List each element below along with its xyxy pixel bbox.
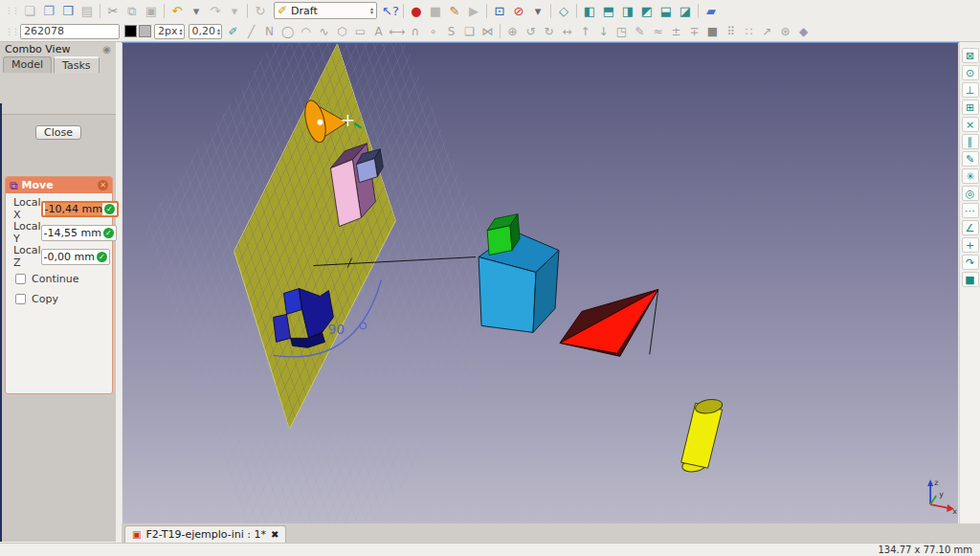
open-file-icon[interactable]: ❐ [39,2,58,19]
right-view-icon[interactable]: ◨ [618,2,637,19]
continue-checkbox[interactable]: Continue [15,273,106,285]
close-task-button[interactable]: Close [35,125,81,140]
snap-near-icon[interactable]: ✎ [962,151,979,167]
draft-edit-icon[interactable]: ✎ [631,23,649,40]
snap-center-icon[interactable]: ✳ [962,168,979,184]
draft-polygon-icon[interactable]: ⬡ [333,23,351,40]
draft-downgrade-icon[interactable]: ↓ [594,23,612,40]
line-width-arrows[interactable]: ▴▾ [180,28,183,35]
macro-edit-icon[interactable]: ✎ [445,2,464,19]
rear-view-icon[interactable]: ◩ [637,2,657,19]
whats-this-icon[interactable]: ↖? [381,2,400,19]
draft-trimex-icon[interactable]: ↔ [558,23,576,40]
checkbox-icon[interactable] [15,294,26,304]
draft-shape2dview-icon[interactable]: ■ [703,23,722,40]
front-view-icon[interactable]: ◧ [580,2,599,19]
draft-autogroup-icon[interactable]: ✐ [224,23,242,40]
draft-snap-dim-icon[interactable]: ↗ [758,23,776,40]
tab-tasks[interactable]: Tasks [54,56,99,73]
copy-icon[interactable]: ⧉ [122,2,142,19]
draft-arc-icon[interactable]: ◠ [297,23,315,40]
snap-workingplane-icon[interactable]: ■ [962,272,979,287]
face-color-swatch[interactable] [139,25,151,37]
macro-record-icon[interactable]: ● [407,2,426,19]
top-view-icon[interactable]: ⬒ [599,2,618,19]
snap-intersection-icon[interactable]: × [962,117,979,132]
separator [247,4,248,18]
draft-facebinder-icon[interactable]: ❏ [460,23,479,40]
snap-lock-icon[interactable]: ⊠ [962,48,979,63]
draft-circle-icon[interactable]: ◯ [278,23,297,40]
green-cube-front[interactable] [487,226,512,256]
tab-close-icon[interactable]: ✖ [271,529,278,540]
draft-dimension-icon[interactable]: ⟷ [388,23,406,40]
draft-scale-icon[interactable]: ◳ [612,23,631,40]
draft-mirror-icon[interactable]: ⋈ [479,23,497,40]
snap-midpoint-icon[interactable]: + [962,237,979,253]
tab-model[interactable]: Model [3,56,52,73]
snap-dimensions-icon[interactable]: ⋯ [962,203,979,218]
draft-offset-icon[interactable]: ↻ [540,23,558,40]
axonometric-view-icon[interactable]: ◇ [554,2,573,19]
draft-point-icon[interactable]: ∘ [424,23,442,40]
draft-command-input[interactable]: 262078 [20,24,120,39]
macro-play-icon[interactable]: ▶ [464,2,483,19]
draft-array-icon[interactable]: ⠿ [722,23,740,40]
save-icon[interactable]: ❒ [58,2,78,19]
undo-icon[interactable]: ↶ [167,2,187,19]
snap-endpoint-icon[interactable]: ⊙ [962,65,979,80]
snap-concentric-icon[interactable]: ◎ [962,186,979,201]
draft-rectangle-icon[interactable]: ▭ [351,23,369,40]
draft-line-icon[interactable]: ╱ [242,23,260,40]
draw-style-icon[interactable]: ⊘ [509,2,528,19]
draft-apply-style-icon[interactable]: ◆ [794,23,813,40]
paste-icon[interactable]: ▣ [142,2,161,19]
font-size-spinbox[interactable]: 0,20 ▴▾ [189,24,223,39]
snap-parallel-icon[interactable]: ∥ [962,134,979,149]
toolbar-grip-2[interactable]: ⋮⋮ [5,27,18,36]
checkbox-icon[interactable] [15,274,26,284]
draft-path-array-icon[interactable]: ∷ [740,23,758,40]
macro-stop-icon[interactable]: ■ [426,2,445,19]
left-view-icon[interactable]: ◪ [676,2,695,19]
line-color-swatch[interactable] [124,25,137,37]
draft-wire-to-bspline-icon[interactable]: ≈ [649,23,667,40]
close-task-label: Close [44,126,73,139]
print-icon[interactable]: ▤ [78,2,97,19]
draft-select-plane-icon[interactable]: ⊛ [776,23,794,40]
copy-checkbox[interactable]: Copy [15,293,106,305]
draft-delete-point-icon[interactable]: ∓ [685,23,703,40]
workbench-selector[interactable]: ✐ Draft ▴▾ [274,2,377,19]
draft-bspline-icon[interactable]: ∿ [315,23,333,40]
snap-extension-icon[interactable]: ↷ [962,255,979,270]
move-close-icon[interactable]: ✕ [98,180,108,190]
refresh-icon[interactable]: ↻ [251,2,270,19]
new-file-icon[interactable]: ❏ [20,2,39,19]
workbench-dropdown-arrows[interactable]: ▴▾ [370,7,373,14]
draft-rotate-icon[interactable]: ↺ [522,23,540,40]
draft-move-icon[interactable]: ⊕ [503,23,522,40]
redo-dropdown-icon[interactable]: ▾ [225,2,244,19]
measure-icon[interactable]: ▰ [702,2,721,19]
draft-upgrade-icon[interactable]: ↑ [576,23,594,40]
snap-grid-icon[interactable]: ⊞ [962,100,979,115]
draft-bezcurve-icon[interactable]: ∩ [406,23,424,40]
float-panel-icon[interactable]: ◉ [102,44,111,55]
draft-add-point-icon[interactable]: ± [667,23,685,40]
bottom-view-icon[interactable]: ⬓ [657,2,676,19]
fit-all-icon[interactable]: ⊡ [490,2,509,19]
redo-icon[interactable]: ↷ [206,2,225,19]
draft-wire-icon[interactable]: N [260,23,278,40]
snap-perpendicular-icon[interactable]: ⊥ [962,82,979,98]
document-tab[interactable]: ▣ F2-T19-ejemplo-ini : 1* ✖ [124,525,286,543]
snap-angle-icon[interactable]: ∠ [962,220,979,235]
3d-viewport[interactable]: 90zyx [122,42,959,523]
font-size-arrows[interactable]: ▴▾ [217,28,220,35]
draft-shapestring-icon[interactable]: S [442,23,460,40]
toolbar-grip[interactable]: ⋮⋮ [5,6,18,15]
draft-text-icon[interactable]: A [369,23,388,40]
undo-dropdown-icon[interactable]: ▾ [187,2,206,19]
line-width-spinbox[interactable]: 2px ▴▾ [154,24,185,39]
cut-icon[interactable]: ✂ [103,2,122,19]
draw-style-dropdown-icon[interactable]: ▾ [528,2,547,19]
